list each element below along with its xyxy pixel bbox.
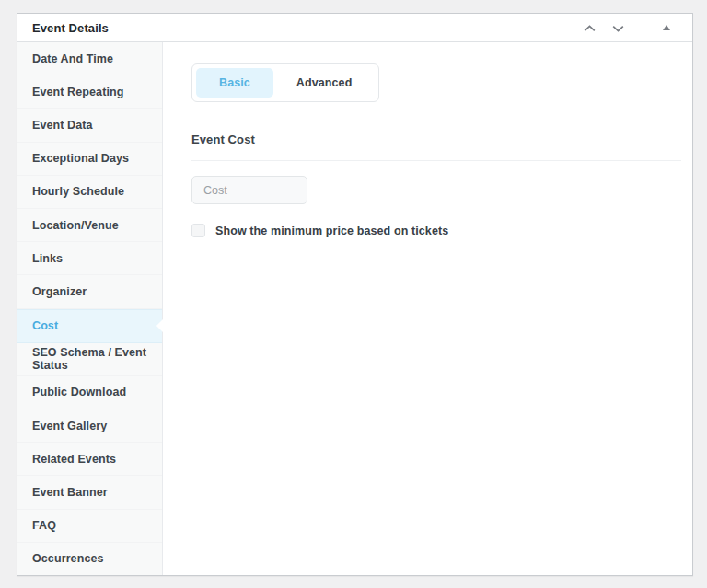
sidebar-item-event-gallery[interactable]: Event Gallery	[17, 409, 162, 443]
event-cost-heading: Event Cost	[191, 133, 681, 161]
event-details-metabox: Event Details Date And T	[17, 13, 693, 576]
metabox-header: Event Details	[17, 14, 692, 42]
metabox-controls	[582, 19, 672, 37]
sidebar-item-date-and-time[interactable]: Date And Time	[17, 42, 162, 75]
move-down-button[interactable]	[610, 19, 626, 37]
cost-panel: Basic Advanced Event Cost Show the minim…	[163, 42, 692, 575]
sidebar-item-event-data[interactable]: Event Data	[17, 109, 162, 142]
move-up-button[interactable]	[582, 19, 597, 37]
sidebar-item-faq[interactable]: FAQ	[17, 510, 162, 543]
metabox-body: Date And Time Event Repeating Event Data…	[17, 42, 692, 575]
tab-advanced[interactable]: Advanced	[273, 68, 376, 98]
basic-advanced-tabs: Basic Advanced	[191, 63, 379, 102]
sidebar-item-seo-schema-event-status[interactable]: SEO Schema / Event Status	[17, 343, 162, 376]
sidebar-item-organizer[interactable]: Organizer	[17, 275, 162, 308]
sidebar-item-cost[interactable]: Cost	[17, 309, 162, 343]
page-background: Event Details Date And T	[0, 0, 707, 588]
chevron-up-icon	[584, 21, 596, 35]
triangle-up-icon	[663, 25, 670, 30]
sidebar-item-occurrences[interactable]: Occurrences	[17, 543, 162, 575]
sidebar-item-event-repeating[interactable]: Event Repeating	[17, 75, 162, 109]
metabox-title: Event Details	[32, 21, 109, 35]
sidebar-item-exceptional-days[interactable]: Exceptional Days	[17, 143, 162, 176]
min-price-checkbox[interactable]	[191, 224, 205, 237]
sidebar-item-links[interactable]: Links	[17, 242, 162, 275]
tab-basic[interactable]: Basic	[196, 68, 273, 98]
toggle-panel-button[interactable]	[661, 23, 672, 32]
sidebar-item-related-events[interactable]: Related Events	[17, 443, 162, 476]
sidebar-item-location-venue[interactable]: Location/Venue	[17, 209, 162, 242]
sidebar-item-public-download[interactable]: Public Download	[17, 376, 162, 409]
chevron-down-icon	[612, 21, 624, 35]
cost-input[interactable]	[191, 176, 307, 204]
sidebar-item-event-banner[interactable]: Event Banner	[17, 476, 162, 509]
sidebar-item-hourly-schedule[interactable]: Hourly Schedule	[17, 176, 162, 209]
event-details-sidebar: Date And Time Event Repeating Event Data…	[17, 42, 163, 575]
min-price-checkbox-row[interactable]: Show the minimum price based on tickets	[191, 224, 448, 237]
min-price-checkbox-label: Show the minimum price based on tickets	[215, 225, 448, 237]
